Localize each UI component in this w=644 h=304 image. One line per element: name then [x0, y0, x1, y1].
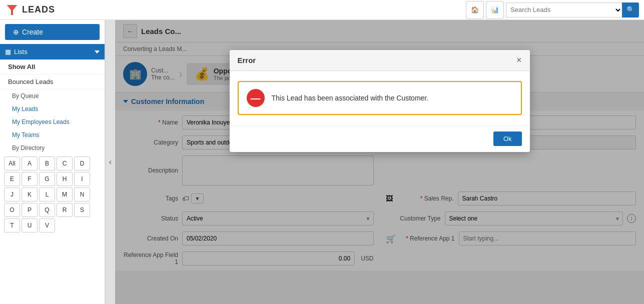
home-icon[interactable]: 🏠	[466, 1, 484, 19]
ok-button[interactable]: Ok	[493, 132, 522, 146]
app-logo: LEADS	[5, 3, 55, 17]
dir-btn-b[interactable]: B	[39, 156, 55, 170]
sidebar-lists-section[interactable]: ▦ Lists	[0, 44, 105, 60]
search-dropdown[interactable]	[606, 2, 622, 18]
modal-title: Error	[238, 56, 256, 64]
dir-btn-o[interactable]: O	[4, 203, 20, 217]
sidebar-item-show-all[interactable]: Show All	[0, 60, 105, 74]
dir-btn-n[interactable]: N	[74, 188, 90, 202]
chevron-down-icon	[5, 94, 10, 98]
search-container: 🔍	[506, 2, 639, 18]
error-modal: Error × — This Lead has been associated …	[230, 50, 530, 152]
error-icon: —	[247, 89, 265, 107]
sidebar: ⊕ Create ▦ Lists Show All Bounced Leads …	[0, 20, 105, 304]
modal-body: — This Lead has been associated with the…	[230, 71, 530, 125]
modal-header: Error ×	[230, 50, 530, 71]
plus-icon: ⊕	[13, 28, 19, 36]
dir-btn-u[interactable]: U	[22, 218, 38, 232]
chart-icon[interactable]: 📊	[486, 1, 504, 19]
dir-btn-e[interactable]: E	[4, 172, 20, 186]
modal-message-text: This Lead has been associated with the C…	[272, 94, 429, 102]
dir-btn-h[interactable]: H	[57, 172, 73, 186]
dir-btn-all[interactable]: All	[4, 156, 20, 170]
directory-buttons: AllABCDEFGHIJKLMNOPQRSTUV	[0, 154, 105, 234]
modal-footer: Ok	[230, 125, 530, 152]
dir-btn-g[interactable]: G	[39, 172, 55, 186]
sidebar-item-my-leads[interactable]: My Leads	[0, 102, 105, 116]
sidebar-collapse-button[interactable]: ‹	[105, 20, 115, 304]
dir-btn-v[interactable]: V	[39, 218, 55, 232]
create-button[interactable]: ⊕ Create	[5, 24, 100, 40]
dir-btn-r[interactable]: R	[57, 203, 73, 217]
modal-close-button[interactable]: ×	[516, 55, 522, 66]
dir-btn-a[interactable]: A	[22, 156, 38, 170]
sidebar-item-my-employees-leads[interactable]: My Employees Leads	[0, 116, 105, 128]
modal-overlay: Error × — This Lead has been associated …	[115, 20, 644, 304]
svg-marker-1	[7, 5, 17, 10]
dir-btn-j[interactable]: J	[4, 188, 20, 202]
dir-btn-s[interactable]: S	[74, 203, 90, 217]
chevron-down-icon	[95, 50, 100, 54]
sidebar-by-directory[interactable]: By Directory	[0, 142, 105, 154]
main-layout: ⊕ Create ▦ Lists Show All Bounced Leads …	[0, 20, 644, 304]
app-title: LEADS	[22, 4, 55, 15]
dir-btn-d[interactable]: D	[74, 156, 90, 170]
dir-btn-q[interactable]: Q	[39, 203, 55, 217]
dir-btn-p[interactable]: P	[22, 203, 38, 217]
dir-btn-l[interactable]: L	[39, 188, 55, 202]
main-content: ← Leads Co... Converting a Leads M... 🏢 …	[115, 20, 644, 304]
list-icon: ▦	[5, 48, 11, 56]
chevron-down-icon	[5, 146, 10, 150]
top-bar: LEADS 🏠 📊 🔍	[0, 0, 644, 20]
dir-btn-m[interactable]: M	[57, 188, 73, 202]
search-button[interactable]: 🔍	[622, 2, 639, 18]
modal-message-box: — This Lead has been associated with the…	[238, 81, 522, 115]
sidebar-by-queue[interactable]: By Queue	[0, 90, 105, 102]
funnel-icon	[5, 3, 19, 17]
dir-btn-f[interactable]: F	[22, 172, 38, 186]
dir-btn-k[interactable]: K	[22, 188, 38, 202]
top-bar-icons: 🏠 📊 🔍	[466, 1, 639, 19]
dir-btn-c[interactable]: C	[57, 156, 73, 170]
dir-btn-t[interactable]: T	[4, 218, 20, 232]
sidebar-item-my-teams[interactable]: My Teams	[0, 128, 105, 142]
dir-btn-i[interactable]: I	[74, 172, 90, 186]
sidebar-item-bounced-leads[interactable]: Bounced Leads	[0, 74, 105, 90]
search-input[interactable]	[506, 2, 606, 18]
